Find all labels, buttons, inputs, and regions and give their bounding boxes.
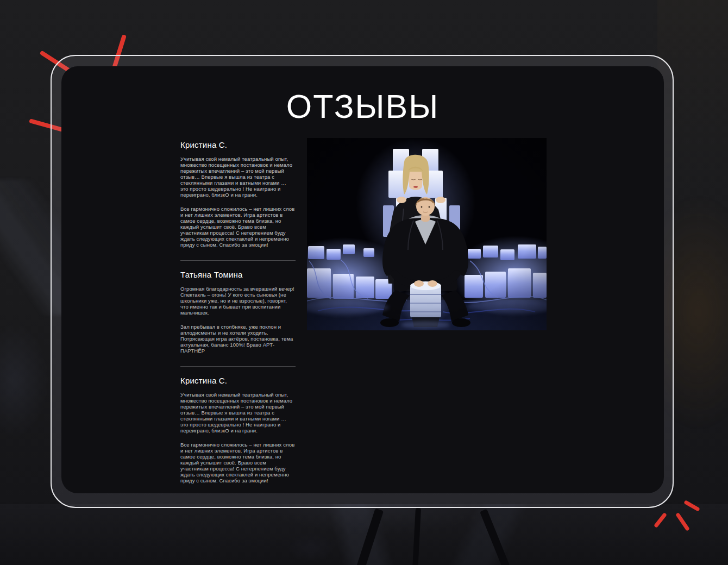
review-list: Кристина С. Учитывая свой немалый театра…	[180, 140, 296, 493]
performance-photo	[307, 138, 547, 330]
review-paragraph: Все гармонично сложилось – нет лишних сл…	[180, 206, 296, 248]
review-item: Кристина С. Учитывая свой немалый театра…	[180, 376, 296, 493]
review-paragraph: Все гармонично сложилось – нет лишних сл…	[180, 442, 296, 484]
review-item: Татьяна Томина Огромная благодарность за…	[180, 270, 296, 367]
review-paragraph: Зал пребывал в столбняке, уже поклон и а…	[180, 324, 296, 354]
background-shoe-shadow	[280, 528, 342, 565]
review-paragraph: Учитывая свой немалый театральный опыт, …	[180, 392, 296, 434]
review-author: Кристина С.	[180, 140, 296, 149]
review-divider	[180, 260, 296, 261]
review-author: Татьяна Томина	[180, 270, 296, 279]
review-paragraph: Учитывая свой немалый театральный опыт, …	[180, 156, 296, 198]
reviews-section: ОТЗЫВЫ Кристина С. Учитывая свой немалый…	[61, 66, 664, 493]
review-divider	[180, 366, 296, 367]
page-title: ОТЗЫВЫ	[61, 90, 664, 123]
review-item: Кристина С. Учитывая свой немалый театра…	[180, 140, 296, 261]
review-author: Кристина С.	[180, 376, 296, 385]
reviews-content: Кристина С. Учитывая свой немалый театра…	[180, 138, 547, 493]
review-paragraph: Огромная благодарность за вчерашний вече…	[180, 286, 296, 316]
